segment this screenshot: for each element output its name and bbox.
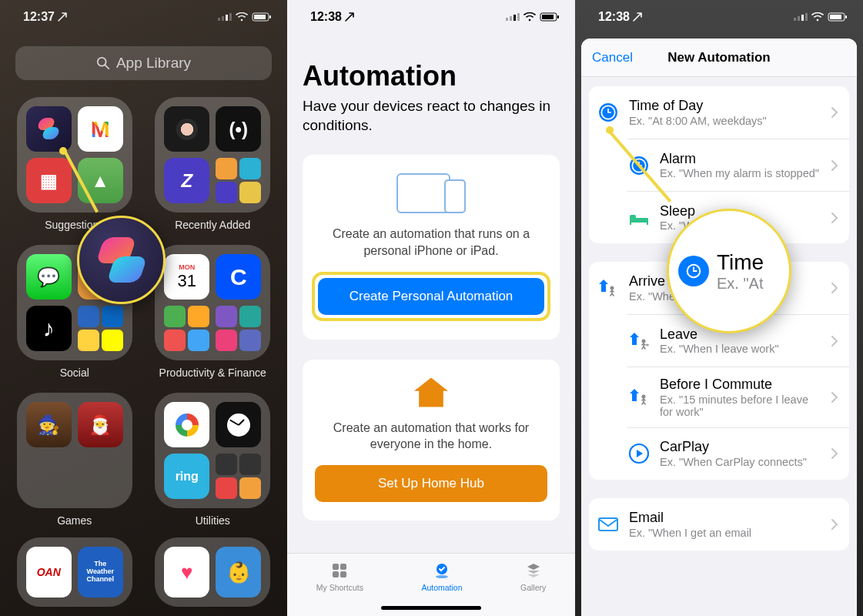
nav-title: New Automation xyxy=(667,50,770,65)
set-up-home-hub-button[interactable]: Set Up Home Hub xyxy=(315,465,547,502)
svg-rect-20 xyxy=(333,571,339,578)
status-icons xyxy=(794,12,848,22)
trigger-email[interactable]: EmailEx. "When I get an email xyxy=(589,498,849,551)
automation-icon xyxy=(433,561,451,580)
trigger-group: EmailEx. "When I get an email xyxy=(589,498,849,551)
svg-rect-21 xyxy=(340,571,346,578)
personal-desc: Create an automation that runs on a pers… xyxy=(315,226,547,259)
status-time: 12:38 xyxy=(598,10,630,24)
home-desc: Create an automation that works for ever… xyxy=(315,420,547,453)
svg-rect-13 xyxy=(517,13,520,21)
status-bar: 12:38 xyxy=(575,0,863,34)
svg-rect-7 xyxy=(269,15,271,18)
row-subtitle: Ex. "15 minutes before I leave for work" xyxy=(660,393,821,418)
chevron-right-icon xyxy=(831,447,838,460)
svg-rect-38 xyxy=(630,222,631,225)
folder-recently-added[interactable]: (•) Z Recently Added xyxy=(154,97,273,231)
home-indicator[interactable] xyxy=(381,606,481,610)
svg-point-4 xyxy=(241,19,243,22)
svg-point-42 xyxy=(642,394,646,398)
tab-automation[interactable]: Automation xyxy=(421,561,462,592)
svg-rect-26 xyxy=(801,15,804,21)
folder-label: Productivity & Finance xyxy=(159,367,266,379)
screen-new-automation: 12:38 Cancel New Automation Time of DayE… xyxy=(575,0,863,616)
zoom-sub: Ex. "At xyxy=(717,275,764,293)
svg-rect-10 xyxy=(506,18,508,21)
svg-point-14 xyxy=(529,19,531,22)
status-icons xyxy=(506,12,560,22)
svg-rect-6 xyxy=(254,15,266,19)
arrive-icon xyxy=(597,276,620,300)
leave-icon xyxy=(627,330,651,353)
folder-productivity[interactable]: MON31 C Productivity & Finance xyxy=(154,245,273,379)
svg-rect-1 xyxy=(222,16,224,21)
chevron-right-icon xyxy=(831,335,838,347)
home-automation-card: Create an automation that works for ever… xyxy=(303,360,560,521)
page-subtitle: Have your devices react to changes in co… xyxy=(303,97,560,135)
row-title: CarPlay xyxy=(660,439,821,455)
row-subtitle: Ex. "When I leave work" xyxy=(660,343,821,355)
search-placeholder: App Library xyxy=(116,55,191,72)
tab-my-shortcuts[interactable]: My Shortcuts xyxy=(316,561,363,592)
tab-label: Gallery xyxy=(520,583,546,592)
row-title: Alarm xyxy=(660,151,821,167)
svg-point-28 xyxy=(817,19,819,22)
nav-bar: Cancel New Automation xyxy=(581,38,857,77)
zoom-title: Time xyxy=(717,250,764,275)
chevron-right-icon xyxy=(831,282,838,294)
page-title: Automation xyxy=(303,60,560,92)
folder-partial[interactable]: OAN TheWeatherChannel xyxy=(15,537,134,607)
svg-rect-37 xyxy=(630,215,636,219)
cancel-button[interactable]: Cancel xyxy=(592,50,633,65)
folder-label: Utilities xyxy=(196,514,230,527)
devices-icon xyxy=(315,173,547,213)
status-time: 12:37 xyxy=(23,10,55,24)
trigger-before-i-commute[interactable]: Before I CommuteEx. "15 minutes before I… xyxy=(627,367,849,427)
svg-rect-27 xyxy=(805,13,808,21)
trigger-time-of-day[interactable]: Time of DayEx. "At 8:00 AM, weekdays" xyxy=(589,86,849,139)
tab-label: Automation xyxy=(421,583,462,592)
callout-shortcuts-icon xyxy=(77,216,166,304)
svg-line-9 xyxy=(105,65,109,69)
tab-gallery[interactable]: Gallery xyxy=(520,561,546,592)
create-personal-automation-button[interactable]: Create Personal Automation xyxy=(318,278,544,315)
tab-label: My Shortcuts xyxy=(316,583,363,592)
svg-rect-31 xyxy=(845,15,847,18)
gallery-icon xyxy=(524,561,543,580)
row-subtitle: Ex. "At 8:00 AM, weekdays" xyxy=(629,115,821,127)
folder-games[interactable]: 🧙 🎅 Games xyxy=(15,393,134,527)
row-subtitle: Ex. "When CarPlay connects" xyxy=(660,456,821,468)
svg-point-40 xyxy=(610,286,614,290)
folder-label: Games xyxy=(57,514,92,527)
row-subtitle: Ex. "When I get an email xyxy=(629,527,821,539)
status-icons xyxy=(218,12,272,22)
carplay-icon xyxy=(627,442,651,465)
folder-label: Recently Added xyxy=(175,219,250,231)
house-icon xyxy=(414,378,448,407)
screen-app-library: 12:37 App Library M ▦ ▲ Suggestions xyxy=(0,0,287,616)
chevron-right-icon xyxy=(831,106,838,119)
bed-icon xyxy=(627,206,651,229)
trigger-alarm[interactable]: AlarmEx. "When my alarm is stopped" xyxy=(627,139,849,191)
chevron-right-icon xyxy=(831,159,838,172)
folder-partial2[interactable]: ♥ 👶 xyxy=(154,537,273,607)
svg-rect-12 xyxy=(513,15,516,21)
personal-automation-card: Create an automation that runs on a pers… xyxy=(303,155,560,339)
chevron-right-icon xyxy=(831,212,838,224)
folder-suggestions[interactable]: M ▦ ▲ Suggestions xyxy=(15,97,134,231)
svg-rect-2 xyxy=(226,15,228,21)
callout-time-of-day: Time Ex. "At xyxy=(667,209,791,333)
svg-rect-0 xyxy=(218,18,220,21)
svg-rect-30 xyxy=(830,15,841,19)
tab-bar: My Shortcuts Automation Gallery xyxy=(287,553,575,616)
chevron-right-icon xyxy=(831,391,838,403)
commute-icon xyxy=(627,386,651,409)
svg-point-23 xyxy=(436,575,448,578)
trigger-carplay[interactable]: CarPlayEx. "When CarPlay connects" xyxy=(627,427,849,480)
svg-rect-19 xyxy=(340,564,346,570)
svg-rect-17 xyxy=(557,15,559,18)
svg-rect-25 xyxy=(798,16,800,21)
folder-label: Social xyxy=(60,367,89,379)
search-bar[interactable]: App Library xyxy=(15,46,272,80)
folder-utilities[interactable]: ring Utilities xyxy=(154,393,273,527)
